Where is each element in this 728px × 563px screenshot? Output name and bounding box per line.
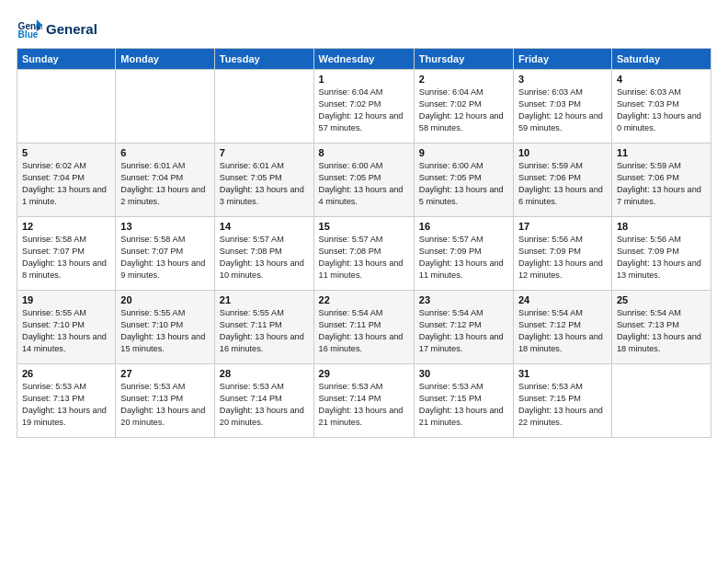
- day-cell: 15Sunrise: 5:57 AM Sunset: 7:08 PM Dayli…: [313, 217, 414, 291]
- day-number: 29: [319, 368, 409, 379]
- logo: General Blue General: [17, 17, 97, 42]
- day-info: Sunrise: 5:55 AM Sunset: 7:10 PM Dayligh…: [120, 307, 210, 355]
- logo-icon: General Blue: [17, 17, 42, 42]
- weekday-header-tuesday: Tuesday: [214, 49, 313, 70]
- day-cell: 7Sunrise: 6:01 AM Sunset: 7:05 PM Daylig…: [214, 144, 313, 217]
- day-cell: 20Sunrise: 5:55 AM Sunset: 7:10 PM Dayli…: [116, 291, 215, 364]
- day-cell: 12Sunrise: 5:58 AM Sunset: 7:07 PM Dayli…: [17, 217, 116, 291]
- day-number: 10: [518, 147, 607, 158]
- day-cell: 1Sunrise: 6:04 AM Sunset: 7:02 PM Daylig…: [313, 70, 414, 144]
- day-info: Sunrise: 5:53 AM Sunset: 7:15 PM Dayligh…: [518, 381, 607, 429]
- day-cell: 31Sunrise: 5:53 AM Sunset: 7:15 PM Dayli…: [514, 364, 612, 438]
- day-cell: 3Sunrise: 6:03 AM Sunset: 7:03 PM Daylig…: [514, 70, 612, 144]
- day-info: Sunrise: 5:53 AM Sunset: 7:14 PM Dayligh…: [220, 381, 309, 429]
- day-cell: 17Sunrise: 5:56 AM Sunset: 7:09 PM Dayli…: [514, 217, 612, 291]
- day-info: Sunrise: 5:57 AM Sunset: 7:08 PM Dayligh…: [319, 234, 409, 282]
- day-info: Sunrise: 5:55 AM Sunset: 7:10 PM Dayligh…: [22, 307, 110, 355]
- day-cell: 16Sunrise: 5:57 AM Sunset: 7:09 PM Dayli…: [414, 217, 513, 291]
- day-number: 20: [120, 294, 210, 305]
- day-number: 18: [617, 221, 706, 232]
- day-number: 21: [220, 294, 309, 305]
- weekday-header-monday: Monday: [116, 49, 215, 70]
- day-number: 26: [22, 368, 110, 379]
- day-info: Sunrise: 5:58 AM Sunset: 7:07 PM Dayligh…: [120, 234, 210, 282]
- logo-text-general: General: [46, 21, 97, 38]
- day-cell: 5Sunrise: 6:02 AM Sunset: 7:04 PM Daylig…: [17, 144, 116, 217]
- day-cell: [17, 70, 116, 144]
- day-info: Sunrise: 6:03 AM Sunset: 7:03 PM Dayligh…: [518, 86, 607, 134]
- day-number: 5: [22, 147, 110, 158]
- week-row-4: 19Sunrise: 5:55 AM Sunset: 7:10 PM Dayli…: [17, 291, 711, 364]
- day-number: 28: [220, 368, 309, 379]
- day-cell: 19Sunrise: 5:55 AM Sunset: 7:10 PM Dayli…: [17, 291, 116, 364]
- day-info: Sunrise: 5:59 AM Sunset: 7:06 PM Dayligh…: [518, 160, 607, 208]
- day-number: 1: [319, 74, 409, 85]
- day-cell: 8Sunrise: 6:00 AM Sunset: 7:05 PM Daylig…: [313, 144, 414, 217]
- day-number: 6: [120, 147, 210, 158]
- day-number: 8: [319, 147, 409, 158]
- weekday-header-saturday: Saturday: [611, 49, 711, 70]
- day-number: 31: [518, 368, 607, 379]
- day-cell: [611, 364, 711, 438]
- day-info: Sunrise: 5:59 AM Sunset: 7:06 PM Dayligh…: [617, 160, 706, 208]
- day-info: Sunrise: 6:04 AM Sunset: 7:02 PM Dayligh…: [319, 86, 409, 134]
- svg-text:Blue: Blue: [18, 29, 39, 40]
- day-cell: 6Sunrise: 6:01 AM Sunset: 7:04 PM Daylig…: [116, 144, 215, 217]
- day-info: Sunrise: 6:00 AM Sunset: 7:05 PM Dayligh…: [419, 160, 508, 208]
- weekday-header-wednesday: Wednesday: [313, 49, 414, 70]
- day-cell: [214, 70, 313, 144]
- day-info: Sunrise: 5:58 AM Sunset: 7:07 PM Dayligh…: [22, 234, 110, 282]
- day-cell: 30Sunrise: 5:53 AM Sunset: 7:15 PM Dayli…: [414, 364, 513, 438]
- day-number: 22: [319, 294, 409, 305]
- day-info: Sunrise: 5:53 AM Sunset: 7:13 PM Dayligh…: [120, 381, 210, 429]
- day-info: Sunrise: 5:53 AM Sunset: 7:15 PM Dayligh…: [419, 381, 508, 429]
- day-info: Sunrise: 6:04 AM Sunset: 7:02 PM Dayligh…: [419, 86, 508, 134]
- day-cell: 26Sunrise: 5:53 AM Sunset: 7:13 PM Dayli…: [17, 364, 116, 438]
- day-number: 9: [419, 147, 508, 158]
- day-number: 7: [220, 147, 309, 158]
- day-cell: 28Sunrise: 5:53 AM Sunset: 7:14 PM Dayli…: [214, 364, 313, 438]
- day-cell: 22Sunrise: 5:54 AM Sunset: 7:11 PM Dayli…: [313, 291, 414, 364]
- day-number: 12: [22, 221, 110, 232]
- day-cell: 4Sunrise: 6:03 AM Sunset: 7:03 PM Daylig…: [611, 70, 711, 144]
- week-row-2: 5Sunrise: 6:02 AM Sunset: 7:04 PM Daylig…: [17, 144, 711, 217]
- day-info: Sunrise: 5:54 AM Sunset: 7:11 PM Dayligh…: [319, 307, 409, 355]
- day-cell: 24Sunrise: 5:54 AM Sunset: 7:12 PM Dayli…: [514, 291, 612, 364]
- day-info: Sunrise: 6:02 AM Sunset: 7:04 PM Dayligh…: [22, 160, 110, 208]
- day-number: 11: [617, 147, 706, 158]
- day-info: Sunrise: 5:56 AM Sunset: 7:09 PM Dayligh…: [617, 234, 706, 282]
- weekday-header-thursday: Thursday: [414, 49, 513, 70]
- day-number: 19: [22, 294, 110, 305]
- day-info: Sunrise: 5:57 AM Sunset: 7:08 PM Dayligh…: [220, 234, 309, 282]
- week-row-5: 26Sunrise: 5:53 AM Sunset: 7:13 PM Dayli…: [17, 364, 711, 438]
- week-row-3: 12Sunrise: 5:58 AM Sunset: 7:07 PM Dayli…: [17, 217, 711, 291]
- day-info: Sunrise: 5:53 AM Sunset: 7:14 PM Dayligh…: [319, 381, 409, 429]
- weekday-header-sunday: Sunday: [17, 49, 116, 70]
- day-cell: 10Sunrise: 5:59 AM Sunset: 7:06 PM Dayli…: [514, 144, 612, 217]
- day-cell: [116, 70, 215, 144]
- day-cell: 21Sunrise: 5:55 AM Sunset: 7:11 PM Dayli…: [214, 291, 313, 364]
- day-info: Sunrise: 5:57 AM Sunset: 7:09 PM Dayligh…: [419, 234, 508, 282]
- day-number: 16: [419, 221, 508, 232]
- calendar-table: SundayMondayTuesdayWednesdayThursdayFrid…: [17, 48, 711, 438]
- day-cell: 23Sunrise: 5:54 AM Sunset: 7:12 PM Dayli…: [414, 291, 513, 364]
- day-number: 30: [419, 368, 508, 379]
- day-cell: 29Sunrise: 5:53 AM Sunset: 7:14 PM Dayli…: [313, 364, 414, 438]
- day-number: 24: [518, 294, 607, 305]
- day-cell: 9Sunrise: 6:00 AM Sunset: 7:05 PM Daylig…: [414, 144, 513, 217]
- day-cell: 18Sunrise: 5:56 AM Sunset: 7:09 PM Dayli…: [611, 217, 711, 291]
- day-info: Sunrise: 5:56 AM Sunset: 7:09 PM Dayligh…: [518, 234, 607, 282]
- day-number: 4: [617, 74, 706, 85]
- day-cell: 27Sunrise: 5:53 AM Sunset: 7:13 PM Dayli…: [116, 364, 215, 438]
- day-number: 25: [617, 294, 706, 305]
- day-info: Sunrise: 6:01 AM Sunset: 7:05 PM Dayligh…: [220, 160, 309, 208]
- day-info: Sunrise: 6:01 AM Sunset: 7:04 PM Dayligh…: [120, 160, 210, 208]
- day-number: 23: [419, 294, 508, 305]
- day-cell: 11Sunrise: 5:59 AM Sunset: 7:06 PM Dayli…: [611, 144, 711, 217]
- day-cell: 13Sunrise: 5:58 AM Sunset: 7:07 PM Dayli…: [116, 217, 215, 291]
- day-cell: 2Sunrise: 6:04 AM Sunset: 7:02 PM Daylig…: [414, 70, 513, 144]
- day-cell: 14Sunrise: 5:57 AM Sunset: 7:08 PM Dayli…: [214, 217, 313, 291]
- day-number: 17: [518, 221, 607, 232]
- day-number: 3: [518, 74, 607, 85]
- week-row-1: 1Sunrise: 6:04 AM Sunset: 7:02 PM Daylig…: [17, 70, 711, 144]
